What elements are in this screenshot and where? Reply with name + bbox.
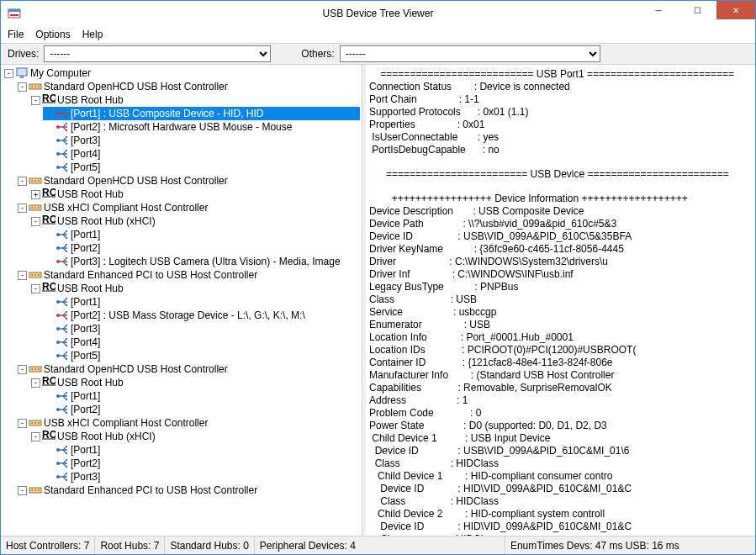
tree-node-controller[interactable]: -Standard Enhanced PCI to USB Host Contr… — [16, 268, 360, 282]
menu-file[interactable]: File — [8, 29, 24, 40]
tree-node-port[interactable]: [Port3] — [43, 470, 360, 484]
tree-node-port[interactable]: [Port2] — [43, 241, 360, 255]
root-hub-icon — [42, 93, 56, 107]
root-hub-icon — [42, 214, 56, 228]
tree-node-hub[interactable]: +USB Root Hub — [29, 188, 360, 201]
others-label: Others: — [301, 48, 334, 60]
menu-options[interactable]: Options — [35, 29, 70, 40]
usb-port-icon — [56, 470, 69, 484]
status-enum-times: EnumTimes Devs: 47 ms USB: 16 ms — [505, 536, 755, 554]
tree-node-hub[interactable]: -USB Root Hub — [29, 376, 360, 389]
controller-icon — [29, 201, 42, 214]
tree-node-port[interactable]: [Port3] — [43, 134, 360, 147]
detail-line: Enumerator : USB — [369, 319, 490, 330]
expander-icon[interactable]: - — [31, 217, 40, 226]
tree-node-port[interactable]: [Port4] — [43, 147, 360, 161]
statusbar: Host Controllers: 7 Root Hubs: 7 Standar… — [1, 536, 755, 554]
tree-node-port[interactable]: [Port4] — [43, 336, 360, 349]
detail-line: Device ID : USB\VID_099A&PID_610C&MI_01\… — [369, 445, 629, 457]
tree-node-port[interactable]: [Port2] — [43, 403, 360, 416]
detail-line: Device ID : USB\VID_099A&PID_610C\5&35BF… — [369, 230, 632, 242]
detail-line: Driver Inf : C:\WINDOWS\INF\usb.inf — [369, 268, 574, 280]
tree-node-port[interactable]: [Port1] — [43, 228, 360, 241]
app-icon — [8, 7, 21, 20]
root-hub-icon — [42, 430, 56, 443]
usb-device-icon — [56, 309, 69, 322]
expander-icon[interactable]: - — [31, 96, 40, 105]
tree-node-controller[interactable]: -Standard OpenHCD USB Host Controller — [16, 80, 360, 93]
controller-icon — [29, 416, 42, 430]
usb-device-icon — [56, 120, 69, 134]
detail-line: Class : HIDClass — [369, 457, 499, 469]
menu-help[interactable]: Help — [82, 29, 103, 40]
tree-node-controller[interactable]: -Standard Enhanced PCI to USB Host Contr… — [16, 484, 360, 497]
expander-icon[interactable]: - — [18, 486, 27, 495]
detail-line: Child Device 1 : USB Input Device — [369, 432, 550, 444]
expander-icon[interactable]: - — [18, 365, 27, 374]
maximize-button[interactable]: ☐ — [678, 1, 716, 19]
tree-node-controller[interactable]: -Standard OpenHCD USB Host Controller — [16, 362, 360, 376]
usb-device-icon — [56, 255, 69, 268]
titlebar: USB Device Tree Viewer ─ ☐ ✕ — [1, 1, 755, 26]
tree-node-hub[interactable]: -USB Root Hub — [29, 93, 360, 107]
usb-device-icon — [56, 107, 69, 120]
expander-icon[interactable]: - — [31, 378, 40, 388]
tree-node-controller[interactable]: -USB xHCI Compliant Host Controller — [16, 201, 360, 214]
tree-node-hub[interactable]: -USB Root Hub (xHCI) — [29, 430, 360, 443]
expander-icon[interactable]: - — [18, 204, 27, 213]
tree-node-port[interactable]: [Port1] — [43, 443, 360, 457]
tree-node-port[interactable]: [Port3] : Logitech USB Camera (Ultra Vis… — [43, 255, 360, 268]
tree-node-port-selected[interactable]: [Port1] : USB Composite Device - HID, HI… — [43, 107, 360, 120]
usb-port-icon — [56, 457, 69, 470]
tree-node-hub[interactable]: -USB Root Hub — [29, 282, 360, 295]
tree-node-port[interactable]: [Port2] : USB Mass Storage Device - L:\,… — [43, 309, 360, 322]
tree-node-controller[interactable]: -USB xHCI Compliant Host Controller — [16, 416, 360, 430]
controller-icon — [29, 80, 42, 93]
detail-line: Driver : C:\WINDOWS\System32\drivers\u — [369, 256, 608, 267]
expander-icon[interactable]: - — [18, 419, 27, 428]
drives-label: Drives: — [8, 48, 39, 60]
usb-port-icon — [56, 322, 69, 336]
detail-panel[interactable]: ========================== USB Port1 ===… — [366, 65, 755, 536]
detail-line: Legacy BusType : PNPBus — [369, 281, 518, 293]
expander-icon[interactable]: - — [31, 432, 40, 441]
detail-line: Class : HIDClass — [369, 495, 499, 507]
tree-node-port[interactable]: [Port5] — [43, 349, 360, 362]
tree-node-port[interactable]: [Port3] — [43, 322, 360, 336]
detail-line: Driver KeyName : {36fc9e60-c465-11cf-805… — [369, 243, 624, 255]
root-hub-icon — [42, 376, 56, 389]
window-title: USB Device Tree Viewer — [323, 8, 434, 19]
expander-icon[interactable]: - — [18, 82, 27, 92]
minimize-button[interactable]: ─ — [639, 1, 678, 19]
detail-line: Capabilities : Removable, SurpriseRemova… — [369, 382, 612, 394]
tree-node-port[interactable]: [Port1] — [43, 389, 360, 403]
tree-node-hub[interactable]: -USB Root Hub (xHCI) — [29, 214, 360, 228]
expander-icon[interactable]: - — [4, 69, 13, 78]
tree-node-port[interactable]: [Port5] — [43, 161, 360, 174]
close-button[interactable]: ✕ — [716, 1, 755, 19]
expander-icon[interactable]: - — [18, 177, 27, 186]
detail-line: Address : 1 — [369, 394, 468, 406]
expander-icon[interactable]: - — [18, 271, 27, 280]
tree-node-port[interactable]: [Port2] — [43, 457, 360, 470]
others-select[interactable]: ------ — [340, 45, 600, 62]
usb-port-icon — [56, 336, 69, 349]
detail-line: Properties : 0x01 — [369, 119, 484, 130]
usb-port-icon — [56, 241, 69, 255]
status-host-controllers: Host Controllers: 7 — [1, 536, 95, 554]
computer-icon — [15, 66, 29, 80]
usb-port-icon — [56, 389, 69, 403]
expander-icon[interactable]: + — [31, 190, 40, 199]
detail-line: Location Info : Port_#0001.Hub_#0001 — [369, 331, 574, 343]
detail-line: Device ID : HID\VID_099A&PID_610C&MI_01&… — [369, 521, 632, 532]
usb-port-icon — [56, 228, 69, 241]
tree-node-root[interactable]: -My Computer — [3, 66, 360, 80]
tree-node-port[interactable]: [Port2] : Microsoft Hardware USB Mouse -… — [43, 120, 360, 134]
expander-icon[interactable]: - — [31, 284, 40, 293]
drives-select[interactable]: ------ — [44, 45, 271, 62]
tree-node-port[interactable]: [Port1] — [43, 295, 360, 309]
usb-port-icon — [56, 161, 69, 174]
tree-panel[interactable]: -My Computer -Standard OpenHCD USB Host … — [1, 65, 362, 536]
tree-node-controller[interactable]: -Standard OpenHCD USB Host Controller — [16, 174, 360, 188]
detail-line: Power State : D0 (supported: D0, D1, D2,… — [369, 420, 607, 431]
